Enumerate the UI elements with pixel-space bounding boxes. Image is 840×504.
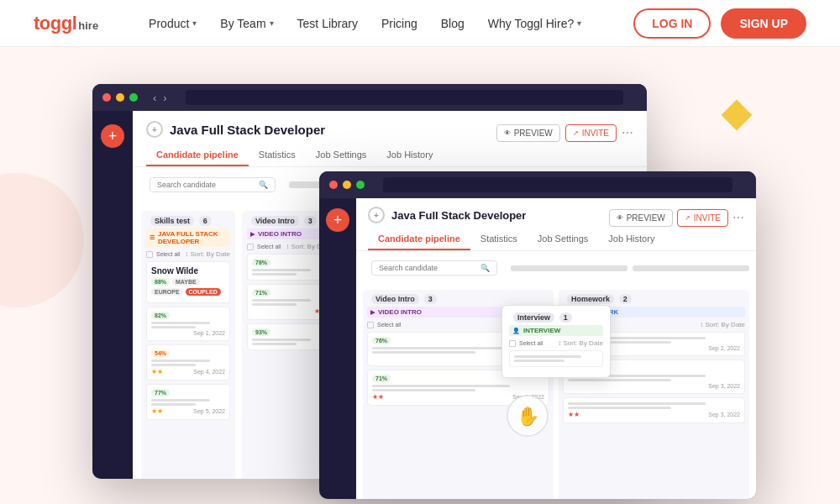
chevron-down-icon: ▾: [270, 18, 274, 28]
invite-button-front[interactable]: ↗ INVITE: [677, 209, 728, 227]
nav-why[interactable]: Why Toggl Hire? ▾: [478, 10, 591, 37]
select-all-checkbox-video[interactable]: [247, 244, 254, 250]
signup-button[interactable]: SIGN UP: [721, 8, 806, 39]
search-bar-front[interactable]: 🔍: [371, 260, 497, 276]
close-dot-front: [329, 181, 338, 189]
more-menu-back[interactable]: ⋯: [622, 126, 633, 139]
coupled-tag: COUPLED: [186, 288, 221, 296]
candidate-card-4[interactable]: 77% ★★ Sep 5, 2022: [146, 384, 230, 420]
job-title-back: + Java Full Stack Developer: [146, 121, 325, 138]
browser-nav: ‹ ›: [153, 92, 167, 104]
kanban-col-skills: Skills test 6 ☰ JAVA FULL STACK DEVELOPE…: [141, 211, 235, 479]
sidebar-add-button[interactable]: +: [101, 124, 124, 148]
tabs-back: Candidate pipeline Statistics Job Settin…: [146, 144, 633, 166]
video-card-3[interactable]: 93%: [247, 323, 331, 350]
select-all-checkbox-skills[interactable]: [146, 251, 153, 258]
col-header-skills: Skills test 6: [146, 216, 230, 225]
minimize-dot: [116, 93, 124, 102]
nav-actions: LOG IN SIGN UP: [633, 8, 806, 39]
logo: toggl hire: [34, 13, 98, 34]
diamond-decoration: [722, 100, 753, 131]
nav-product[interactable]: Product ▾: [139, 10, 207, 37]
browser-titlebar-back: ‹ ›: [92, 84, 647, 111]
tab-job-settings-back[interactable]: Job Settings: [306, 144, 377, 166]
search-icon: 🔍: [259, 181, 268, 189]
tab-statistics-front[interactable]: Statistics: [470, 228, 528, 250]
logo-hire: hire: [78, 19, 98, 32]
video-card-2[interactable]: 71% ★★: [247, 284, 331, 320]
interview-overlay-card-1[interactable]: [509, 350, 603, 367]
search-input-front[interactable]: [379, 264, 480, 272]
nav-test-library[interactable]: Test Library: [287, 10, 368, 37]
job-title-front: + Java Full Stack Developer: [368, 207, 526, 223]
app-sidebar-back: +: [92, 111, 133, 479]
forward-icon: ›: [163, 92, 166, 104]
url-bar: [186, 90, 623, 105]
job-icon-front: +: [368, 207, 385, 223]
nav-blog[interactable]: Blog: [431, 10, 475, 37]
app-header-back: + Java Full Stack Developer 👁 PREVIEW ↗ …: [133, 111, 647, 167]
select-all-interview-overlay[interactable]: [509, 340, 516, 347]
minimize-dot-front: [343, 181, 351, 189]
url-bar-front: [383, 177, 732, 192]
kanban-controls-video: Select all ↕ Sort: By Date: [247, 243, 331, 250]
app-inner-front: + + Java Full Stack Developer 👁 PREVIEW: [319, 198, 756, 499]
video-card-1[interactable]: 78%: [247, 254, 331, 281]
search-input-back[interactable]: [157, 181, 259, 189]
chevron-down-icon: ▾: [577, 18, 581, 28]
app-sidebar-front: +: [319, 198, 356, 499]
preview-button-back[interactable]: 👁 PREVIEW: [496, 124, 560, 142]
front-col-header-video: Video Intro 3: [367, 294, 549, 303]
tab-candidate-pipeline-back[interactable]: Candidate pipeline: [146, 144, 249, 166]
close-dot: [102, 93, 111, 102]
maximize-dot: [129, 93, 138, 102]
maximize-dot-front: [356, 181, 365, 189]
browser-titlebar-front: [319, 171, 756, 198]
select-all-front-video[interactable]: [367, 322, 374, 328]
app-header-front: + Java Full Stack Developer 👁 PREVIEW ↗ …: [356, 198, 756, 251]
invite-button-back[interactable]: ↗ INVITE: [565, 124, 617, 142]
interview-overlay-badge: 👤 INTERVIEW: [509, 325, 603, 336]
more-menu-front[interactable]: ⋯: [732, 211, 744, 224]
nav-links: Product ▾ By Team ▾ Test Library Pricing…: [139, 10, 633, 37]
tab-statistics-back[interactable]: Statistics: [249, 144, 306, 166]
app-main-front: + Java Full Stack Developer 👁 PREVIEW ↗ …: [356, 198, 756, 499]
tab-job-settings-front[interactable]: Job Settings: [528, 228, 599, 250]
kanban-controls-skills: Select all ↕ Sort: By Date: [146, 250, 230, 258]
sidebar-add-button-front[interactable]: +: [326, 208, 349, 232]
tab-job-history-front[interactable]: Job History: [598, 228, 664, 250]
browser-window-front: + + Java Full Stack Developer 👁 PREVIEW: [319, 171, 756, 499]
score-tag-2: 82%: [151, 312, 170, 319]
label-tag: MAYBE: [172, 278, 200, 286]
front-hw-card-3[interactable]: ★★ Sep 3, 2022: [563, 397, 745, 423]
search-bar-back[interactable]: 🔍: [150, 177, 276, 192]
candidate-card-snow[interactable]: Snow Wilde 88% MAYBE EUROPE COUPLED: [146, 261, 230, 303]
stage-badge-skills: ☰ JAVA FULL STACK DEVELOPER: [146, 228, 230, 247]
stage-badge-video: ▶ VIDEO INTRO: [247, 228, 331, 239]
candidate-name: Snow Wilde: [151, 266, 225, 276]
login-button[interactable]: LOG IN: [633, 8, 711, 39]
nav-by-team[interactable]: By Team ▾: [210, 10, 283, 37]
score-tag-3: 54%: [151, 349, 170, 357]
candidate-card-3[interactable]: 54% ★★ Sep 4, 2022: [146, 344, 230, 381]
interview-overlay-controls: Select all ↕ Sort: By Date: [509, 339, 603, 347]
hero-section: ‹ › + + Java Full Stack Developer: [0, 47, 840, 504]
interview-overlay-header: Interview 1: [509, 312, 603, 322]
candidate-card-2[interactable]: 82% Sep 1, 2022: [146, 307, 230, 341]
tab-candidate-pipeline-front[interactable]: Candidate pipeline: [368, 228, 470, 250]
back-icon: ‹: [153, 92, 156, 104]
kanban-front: Video Intro 3 ▶ VIDEO INTRO Select all ↕…: [356, 285, 756, 499]
search-icon-front: 🔍: [480, 264, 490, 272]
candidate-meta-2: Sep 1, 2022: [151, 330, 225, 336]
circle-decoration: [0, 173, 84, 307]
job-icon: +: [146, 121, 163, 138]
tab-job-history-back[interactable]: Job History: [376, 144, 443, 166]
chevron-down-icon: ▾: [192, 18, 197, 28]
score-tag: 88%: [151, 278, 170, 286]
tabs-front: Candidate pipeline Statistics Job Settin…: [368, 228, 744, 250]
nav-pricing[interactable]: Pricing: [371, 10, 428, 37]
preview-button-front[interactable]: 👁 PREVIEW: [609, 209, 673, 227]
col-header-video: Video Intro 3: [247, 216, 331, 225]
candidate-tags: 88% MAYBE EUROPE COUPLED: [151, 278, 225, 296]
interview-overlay-card[interactable]: Interview 1 👤 INTERVIEW Select all ↕ Sor…: [501, 305, 611, 378]
